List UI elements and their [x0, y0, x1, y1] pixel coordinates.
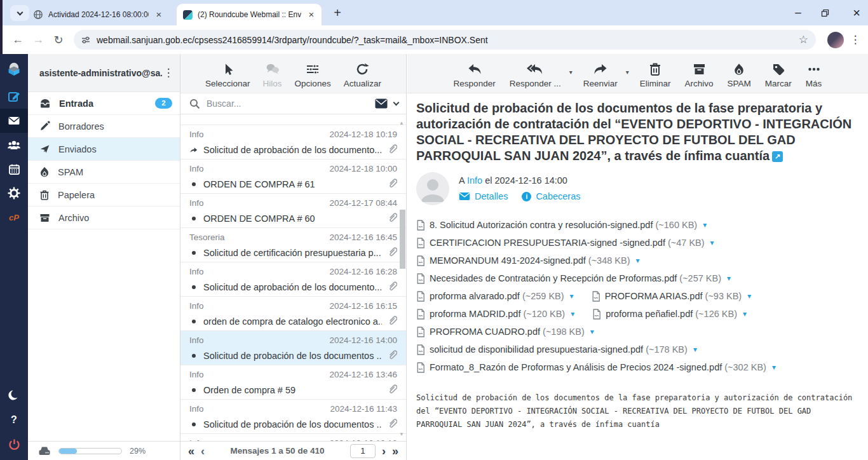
attachment-menu-caret-icon[interactable]: ▾ — [693, 345, 697, 354]
folder-options-icon[interactable]: ⋮ — [162, 66, 175, 79]
search-input[interactable] — [207, 98, 369, 109]
browser-tab-roundcube[interactable]: (2) Roundcube Webmail :: Envia × — [177, 4, 322, 25]
reload-button[interactable]: ↻ — [48, 33, 69, 47]
list-item[interactable]: Info2024-12-18 10:19Solicitud de aprobac… — [180, 125, 406, 159]
list-item[interactable]: Info2024-12-16 11:43Solicitud de probaci… — [180, 400, 406, 434]
nav-settings-button[interactable] — [0, 181, 28, 205]
browser-tab-actividad[interactable]: Actividad 2024-12-16 08:00:00 × — [27, 4, 169, 25]
attachment-icon — [388, 246, 397, 259]
list-item[interactable]: Tesoreria2024-12-16 16:45Solicitud de ce… — [180, 228, 406, 262]
attachment[interactable]: MEMORANDUM 491-2024-signed.pdf (~348 KB)… — [416, 255, 640, 266]
details-link[interactable]: Detalles — [475, 191, 508, 201]
prev-page-button[interactable]: ‹ — [201, 445, 205, 457]
attachment-menu-caret-icon[interactable]: ▾ — [703, 220, 707, 229]
compose-button[interactable] — [0, 85, 28, 109]
tab-close-icon[interactable]: × — [154, 10, 164, 20]
attachment-menu-caret-icon[interactable]: ▾ — [590, 327, 594, 336]
attachment-menu-caret-icon[interactable]: ▾ — [570, 292, 574, 301]
first-page-button[interactable]: « — [188, 445, 194, 457]
list-item[interactable]: Info2024-12-16 16:15orden de compra de c… — [180, 297, 406, 331]
folder-item-archivo[interactable]: Archivo — [28, 206, 180, 229]
attachment-menu-caret-icon[interactable]: ▾ — [747, 292, 751, 301]
nav-contacts-button[interactable] — [0, 133, 28, 157]
attachment[interactable]: Necesidades de Contratación y Recepción … — [416, 273, 731, 284]
folder-item-spam[interactable]: SPAM — [28, 161, 180, 184]
page-number-input[interactable] — [350, 444, 376, 458]
list-item[interactable]: Info2024-12-16 16:28Solicitud de aprobac… — [180, 262, 406, 297]
select-button[interactable]: Seleccionar — [202, 62, 254, 88]
delete-button[interactable]: Eliminar — [637, 62, 674, 88]
new-tab-button[interactable]: + — [329, 5, 346, 22]
folder-item-papelera[interactable]: Papelera — [28, 184, 180, 206]
list-item[interactable]: Info2024-12-17 08:44ORDEN DE COMPRA # 60 — [180, 194, 406, 228]
search-options-chevron-icon[interactable] — [393, 100, 400, 106]
scroll-up-icon[interactable]: ▲ — [399, 120, 404, 126]
back-button[interactable]: ← — [8, 33, 28, 46]
threads-button[interactable]: Hilos — [260, 62, 285, 88]
mark-button[interactable]: Marcar — [762, 62, 795, 88]
spam-button[interactable]: SPAM — [724, 62, 754, 88]
attachment-menu-caret-icon[interactable]: ▾ — [710, 238, 714, 247]
next-page-button[interactable]: › — [382, 445, 386, 457]
attachment-icon — [388, 177, 397, 191]
attachment-menu-caret-icon[interactable]: ▾ — [743, 309, 747, 318]
dark-mode-button[interactable] — [0, 384, 28, 408]
nav-mail-button[interactable] — [0, 109, 28, 133]
list-item[interactable]: Info2024-12-18 10:00ORDEN DE COMPRA # 61 — [180, 159, 406, 194]
attachment-size: (~160 KB) — [655, 220, 697, 230]
browser-profile-avatar[interactable] — [827, 32, 844, 48]
bookmark-star-icon[interactable]: ☆ — [799, 33, 808, 46]
list-item[interactable]: Info2024-12-16 13:46Orden de compra # 59 — [180, 365, 406, 400]
folder-item-entrada[interactable]: Entrada 2 — [28, 92, 180, 115]
recipient-link[interactable]: Info — [467, 175, 482, 186]
attachment[interactable]: proforma MADRID.pdf (~120 KB)▾ — [416, 309, 574, 320]
options-button[interactable]: Opciones — [292, 62, 334, 88]
refresh-button[interactable]: Actualizar — [341, 62, 384, 88]
reply-all-menu-caret-icon[interactable]: ▾ — [569, 69, 573, 76]
attachment-menu-caret-icon[interactable]: ▾ — [571, 309, 574, 318]
list-scrollbar-thumb[interactable] — [400, 210, 405, 269]
reply-button[interactable]: Responder — [451, 62, 499, 88]
last-page-button[interactable]: » — [392, 445, 398, 457]
close-window-button[interactable]: × — [850, 6, 863, 20]
scroll-down-icon[interactable]: ▼ — [399, 431, 404, 437]
attachment[interactable]: 8. Solicitud Autorización contra y resol… — [416, 220, 707, 231]
list-item[interactable]: Solicitud de probación de los documentos… — [180, 115, 406, 125]
attachment[interactable]: proforma peñafiel.pdf (~126 KB)▾ — [592, 309, 747, 320]
logout-button[interactable] — [0, 432, 28, 456]
threads-icon — [265, 62, 280, 76]
help-button[interactable]: ? — [0, 408, 28, 432]
attachment-menu-caret-icon[interactable]: ▾ — [727, 274, 731, 283]
tab-close-icon[interactable]: × — [306, 10, 316, 20]
attachment[interactable]: proforma alvarado.pdf (~259 KB)▾ — [416, 291, 574, 302]
folder-item-enviados[interactable]: Enviados — [28, 138, 180, 161]
forward-button[interactable]: → — [28, 33, 48, 46]
cpanel-link[interactable]: cP — [0, 205, 28, 229]
url-omnibox[interactable]: webmail.sanjuan.gob.ec/cpsess2416859914/… — [74, 30, 816, 50]
folder-item-borradores[interactable]: Borradores — [28, 115, 180, 138]
attachment[interactable]: Formato_8_Razón de Proformas y Análisis … — [416, 362, 776, 373]
list-item[interactable]: Info2024-12-16 14:00Solicitud de probaci… — [180, 331, 406, 365]
restore-button[interactable] — [821, 9, 834, 17]
external-link-icon[interactable]: ↗ — [772, 151, 783, 162]
attachment[interactable]: PROFROMA CUADRO.pdf (~198 KB)▾ — [416, 327, 594, 337]
list-item[interactable]: Info2024-12-16 10:18 — [180, 434, 406, 441]
attachment-menu-caret-icon[interactable]: ▾ — [772, 363, 776, 372]
archive-button[interactable]: Archivo — [682, 62, 717, 88]
attachment[interactable]: solicitud de disponibilidad presupuestar… — [416, 344, 697, 355]
minimize-button[interactable]: – — [792, 6, 804, 19]
forward-menu-caret-icon[interactable]: ▾ — [626, 69, 629, 76]
attachment[interactable]: PROFORMA ARIAS.pdf (~93 KB)▾ — [592, 291, 752, 302]
more-button[interactable]: Más — [803, 62, 825, 88]
headers-link[interactable]: Cabeceras — [536, 191, 580, 201]
nav-calendar-button[interactable] — [0, 157, 28, 181]
reply-all-button[interactable]: Responder ... — [506, 62, 564, 88]
site-info-icon[interactable] — [81, 36, 90, 44]
attachment-menu-caret-icon[interactable]: ▾ — [636, 256, 640, 265]
search-scope-mail-icon[interactable] — [375, 98, 388, 109]
forward-button[interactable]: Reenviar — [580, 62, 621, 88]
pdf-file-icon — [416, 255, 425, 266]
attachment[interactable]: CERTIFICACION PRESUPUESTARIA-signed -sig… — [416, 238, 714, 248]
browser-menu-icon[interactable]: ⋮ — [849, 33, 862, 46]
url-text[interactable]: webmail.sanjuan.gob.ec/cpsess2416859914/… — [97, 35, 792, 45]
